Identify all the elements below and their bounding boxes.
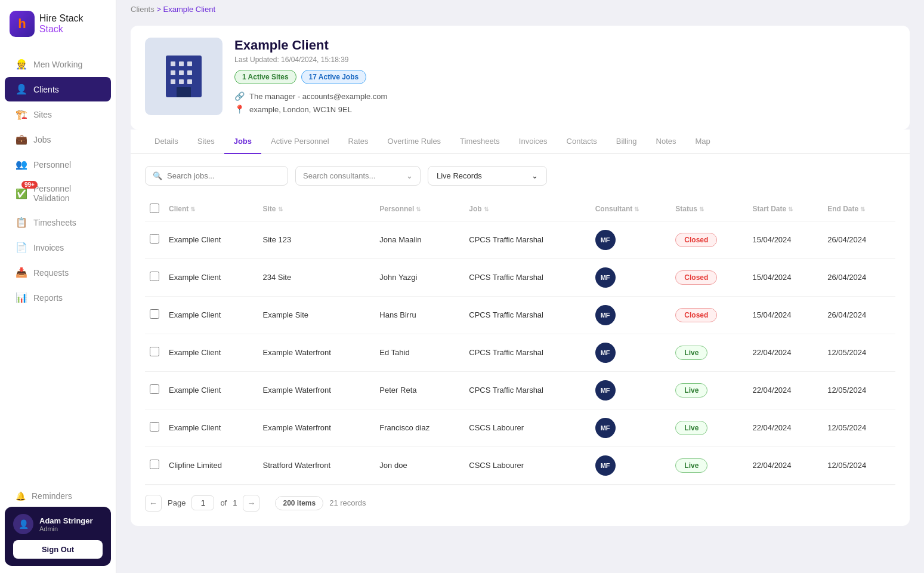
cell-consultant: MF <box>591 446 671 484</box>
client-address: 📍 example, London, WC1N 9EL <box>234 104 895 114</box>
sort-client-icon[interactable]: ⇅ <box>190 206 195 212</box>
tab-notes[interactable]: Notes <box>647 130 686 154</box>
cell-client: Example Client <box>164 258 258 296</box>
sidebar-item-reminders[interactable]: 🔔 Reminders <box>5 485 111 507</box>
sort-site-icon[interactable]: ⇅ <box>278 206 283 212</box>
sidebar-item-men-working[interactable]: 👷 Men Working <box>5 52 111 76</box>
sort-status-icon[interactable]: ⇅ <box>699 206 704 212</box>
sidebar-item-reports[interactable]: 📊 Reports <box>5 285 111 310</box>
record-filter-select[interactable]: Live Records ⌄ <box>428 166 547 186</box>
consultant-select[interactable]: Search consultants... ⌄ <box>295 166 421 186</box>
cell-site: 234 Site <box>258 258 375 296</box>
row-checkbox-2[interactable] <box>150 309 159 319</box>
table-row: Example Client 234 Site John Yazgi CPCS … <box>145 258 895 296</box>
sort-consultant-icon[interactable]: ⇅ <box>634 206 639 212</box>
sort-start-icon[interactable]: ⇅ <box>788 206 793 212</box>
status-badge: Live <box>675 458 707 473</box>
sidebar-item-personnel-validation[interactable]: 99+ ✅ Personnel Validation <box>5 177 111 210</box>
cell-client: Example Client <box>164 371 258 409</box>
reports-icon: 📊 <box>16 292 27 303</box>
sign-out-button[interactable]: Sign Out <box>13 540 103 559</box>
consultant-avatar: MF <box>595 380 616 401</box>
cell-job: CSCS Labourer <box>464 446 590 484</box>
status-badge: Closed <box>675 308 717 322</box>
tab-map[interactable]: Map <box>686 130 720 154</box>
tab-overtime-rules[interactable]: Overtime Rules <box>378 130 451 154</box>
cell-consultant: MF <box>591 371 671 409</box>
sidebar-item-invoices[interactable]: 📄 Invoices <box>5 235 111 260</box>
cell-client: Clipfine Limited <box>164 446 258 484</box>
row-checkbox-0[interactable] <box>150 234 159 244</box>
cell-start-date: 22/04/2024 <box>747 446 823 484</box>
client-contact-text: The manager - accounts@example.com <box>249 92 387 101</box>
sidebar-item-requests[interactable]: 📥 Requests <box>5 260 111 285</box>
cell-consultant: MF <box>591 409 671 446</box>
cell-job: CPCS Traffic Marshal <box>464 296 590 334</box>
client-info: Example Client Last Updated: 16/04/2024,… <box>234 38 895 118</box>
client-badges: 1 Active Sites 17 Active Jobs <box>234 70 895 84</box>
svg-rect-9 <box>187 79 192 84</box>
cell-start-date: 22/04/2024 <box>747 409 823 446</box>
sidebar: h Hire Stack Stack 👷 Men Working 👤 Clien… <box>0 0 116 573</box>
consultant-avatar: MF <box>595 305 616 325</box>
client-contact: 🔗 The manager - accounts@example.com <box>234 91 895 101</box>
svg-rect-10 <box>177 87 191 97</box>
search-input[interactable] <box>167 171 280 180</box>
sidebar-item-personnel[interactable]: 👥 Personnel <box>5 152 111 177</box>
sidebar-item-sites[interactable]: 🏗️ Sites <box>5 102 111 127</box>
row-checkbox-6[interactable] <box>150 460 159 469</box>
sort-end-icon[interactable]: ⇅ <box>860 206 865 212</box>
sidebar-label-clients: Clients <box>33 85 59 94</box>
cell-site: Stratford Waterfront <box>258 446 375 484</box>
sidebar-item-jobs[interactable]: 💼 Jobs <box>5 127 111 152</box>
table-header-row: Client⇅ Site⇅ Personnel⇅ Job⇅ Consultant <box>145 198 895 221</box>
select-all-checkbox[interactable] <box>150 204 159 213</box>
cell-start-date: 15/04/2024 <box>747 296 823 334</box>
jobs-table: Client⇅ Site⇅ Personnel⇅ Job⇅ Consultant <box>145 198 895 485</box>
tab-contacts[interactable]: Contacts <box>557 130 607 154</box>
table-row: Example Client Example Waterfront Peter … <box>145 371 895 409</box>
cell-site: Example Waterfront <box>258 334 375 371</box>
tab-details[interactable]: Details <box>145 130 188 154</box>
client-last-updated: Last Updated: 16/04/2024, 15:18:39 <box>234 56 895 64</box>
status-badge: Live <box>675 346 707 360</box>
row-checkbox-1[interactable] <box>150 272 159 281</box>
page-number-input[interactable] <box>191 495 214 510</box>
table-row: Example Client Example Waterfront Ed Tah… <box>145 334 895 371</box>
tab-active-personnel[interactable]: Active Personnel <box>261 130 339 154</box>
sort-personnel-icon[interactable]: ⇅ <box>416 206 421 212</box>
sidebar-item-timesheets[interactable]: 📋 Timesheets <box>5 210 111 235</box>
tab-jobs[interactable]: Jobs <box>224 130 261 154</box>
cell-personnel: Ed Tahid <box>375 334 464 371</box>
next-page-button[interactable]: → <box>243 495 259 512</box>
row-checkbox-5[interactable] <box>150 422 159 432</box>
tab-sites[interactable]: Sites <box>188 130 224 154</box>
breadcrumb-parent[interactable]: Clients <box>131 5 154 14</box>
table-row: Example Client Example Site Hans Birru C… <box>145 296 895 334</box>
page-label: Page <box>168 498 186 507</box>
content-area: Example Client Last Updated: 16/04/2024,… <box>116 19 924 573</box>
sidebar-item-clients[interactable]: 👤 Clients <box>5 77 111 101</box>
cell-site: Example Waterfront <box>258 409 375 446</box>
tab-rates[interactable]: Rates <box>339 130 378 154</box>
cell-end-date: 12/05/2024 <box>823 446 895 484</box>
sidebar-label-timesheets: Timesheets <box>33 218 76 227</box>
cell-personnel: John Yazgi <box>375 258 464 296</box>
sidebar-label-men-working: Men Working <box>33 60 82 69</box>
prev-page-button[interactable]: ← <box>145 495 162 512</box>
sidebar-label-invoices: Invoices <box>33 243 64 252</box>
tab-billing[interactable]: Billing <box>607 130 647 154</box>
record-chevron-icon: ⌄ <box>531 171 538 180</box>
col-job: Job⇅ <box>464 198 590 221</box>
svg-rect-1 <box>171 61 175 66</box>
row-checkbox-3[interactable] <box>150 347 159 356</box>
active-jobs-badge: 17 Active Jobs <box>301 70 367 84</box>
consultant-avatar: MF <box>595 455 616 476</box>
tab-timesheets[interactable]: Timesheets <box>450 130 509 154</box>
tab-invoices[interactable]: Invoices <box>509 130 557 154</box>
user-details: Adam Stringer Admin <box>39 516 93 532</box>
sort-job-icon[interactable]: ⇅ <box>484 206 489 212</box>
row-checkbox-4[interactable] <box>150 384 159 394</box>
client-address-text: example, London, WC1N 9EL <box>249 105 352 114</box>
records-count: 21 records <box>329 498 366 507</box>
